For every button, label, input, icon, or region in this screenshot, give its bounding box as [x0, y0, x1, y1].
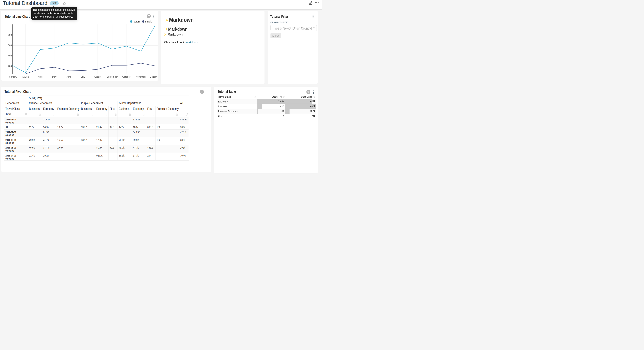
svg-text:400: 400 [8, 54, 12, 57]
svg-text:April: April [38, 76, 42, 78]
svg-text:October: October [122, 76, 130, 78]
svg-text:August: August [94, 76, 101, 78]
svg-text:September: September [107, 76, 118, 78]
svg-text:June: June [66, 76, 71, 78]
svg-text:600: 600 [8, 44, 12, 46]
svg-text:November: November [136, 76, 146, 78]
svg-text:May: May [52, 76, 56, 78]
svg-text:200: 200 [8, 65, 12, 68]
svg-text:July: July [81, 76, 85, 78]
svg-text:Single: Single [145, 20, 152, 23]
svg-text:Return: Return [133, 20, 140, 23]
svg-text:800: 800 [8, 34, 12, 36]
svg-text:February: February [8, 76, 17, 78]
svg-text:March: March [22, 76, 29, 78]
svg-text:December: December [150, 76, 158, 78]
